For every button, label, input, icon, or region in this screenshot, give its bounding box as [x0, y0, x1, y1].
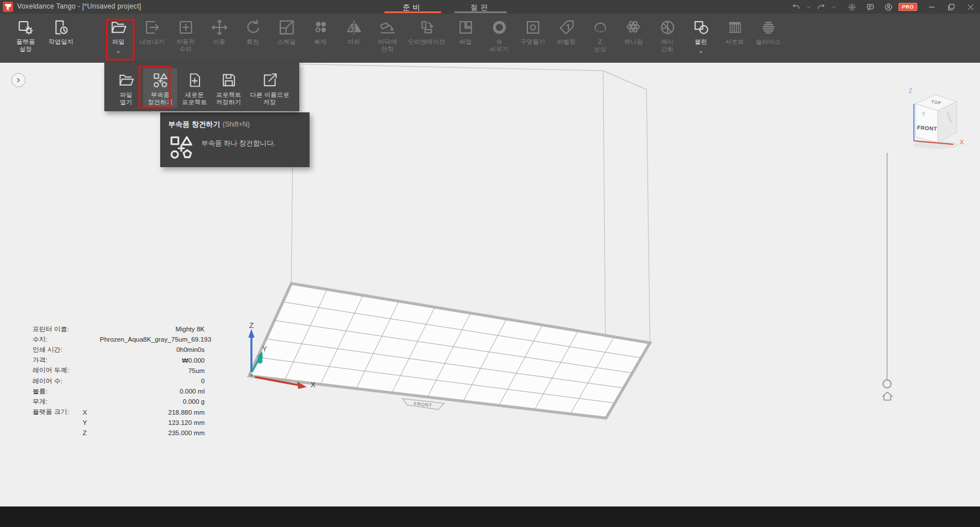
info-row: 볼륨:0.000 ml: [32, 386, 205, 396]
menu-item-open-file[interactable]: 파일 열기: [109, 68, 143, 108]
toolbar-button-folder[interactable]: 파일: [101, 18, 135, 56]
menu-item-label: 다른 이름으로 저장: [250, 91, 289, 106]
toolbar-button-label: 구멍뚫기: [521, 38, 546, 46]
work-log-icon: [51, 18, 71, 37]
toolbar-button-label: 라벨링: [557, 38, 576, 46]
move-icon: [210, 18, 229, 37]
zoom-slider-handle[interactable]: [883, 380, 891, 388]
duplicate-icon: [312, 19, 329, 36]
close-icon[interactable]: [961, 1, 980, 13]
punch-hole-icon: [524, 19, 542, 36]
menu-item-label: 새로운 프로젝트: [182, 91, 207, 106]
info-value: 235.000 mm: [100, 429, 205, 436]
undo-caret-icon[interactable]: [803, 1, 815, 13]
nav-cube[interactable]: TOP FRONT RIGHT Z Y X: [909, 87, 965, 149]
home-button[interactable]: [883, 392, 892, 400]
account-icon: [884, 3, 893, 11]
toolbar-button-honeycomb: 허니컴: [617, 18, 650, 46]
menu-item-new-project[interactable]: 새로운 프로젝트: [177, 68, 212, 108]
support-icon: [726, 19, 743, 36]
info-axis: Z: [83, 429, 100, 436]
menu-item-save-project[interactable]: 프로젝트 저장하기: [212, 68, 246, 108]
app-window: Voxeldance Tango - [*Unsaved project] 준비…: [0, 0, 980, 527]
slice-icon: [759, 18, 778, 37]
tab-slice[interactable]: 절편: [454, 0, 507, 14]
toolbar-button-label: 플랫폼 설정: [17, 38, 35, 53]
create-accessory-icon: [151, 71, 169, 89]
toolbar-button-label: 메시 간화: [661, 38, 674, 53]
boolean-icon: [693, 19, 710, 36]
labeling-icon: [558, 19, 575, 36]
z-compensation-icon: [591, 18, 610, 37]
toolbar-button-label: 속 비우기: [490, 38, 509, 53]
scale-icon: [277, 18, 296, 37]
save-project-icon: [221, 72, 237, 88]
gear-icon: [848, 3, 856, 11]
undo-icon[interactable]: [790, 1, 803, 13]
toolbar-button-move: 이동: [202, 18, 236, 46]
redo-icon: [817, 3, 826, 11]
platform-settings-icon: [16, 18, 35, 37]
toolbar-button-platform-settings[interactable]: 플랫폼 설정: [8, 18, 43, 53]
export-icon: [144, 19, 161, 36]
toolbar-button-label: 회전: [247, 38, 259, 46]
hollow-icon: [490, 18, 509, 37]
rotate-icon: [245, 19, 262, 36]
move-icon: [211, 19, 228, 36]
caret-down-icon: [831, 5, 836, 10]
tab-active-underline: [384, 11, 441, 13]
nav-cube-z-label: Z: [909, 87, 913, 94]
panel-toggle-button[interactable]: [11, 73, 26, 87]
orientation-icon: [418, 19, 435, 36]
minimize-icon[interactable]: [922, 1, 941, 13]
tooltip-title: 부속품 창건하기: [168, 120, 220, 128]
info-value: 75um: [100, 367, 205, 374]
array-icon: [457, 19, 474, 36]
build-plate[interactable]: [249, 283, 650, 418]
viewport-3d[interactable]: FRONT Z Y X TOP: [0, 63, 980, 506]
account-icon[interactable]: [883, 1, 895, 13]
auto-repair-icon: [177, 19, 194, 36]
info-label: 프린터 이름:: [32, 325, 83, 334]
toolbar-button-slice: 슬라이스: [751, 18, 785, 46]
mesh-simplify-icon: [658, 18, 677, 37]
maximize-icon[interactable]: [941, 1, 961, 13]
info-value: 123.120 mm: [100, 419, 205, 426]
front-tab: FRONT: [402, 399, 444, 410]
menu-item-create-accessory[interactable]: 부속품 창건하기: [143, 68, 177, 108]
orientation-icon: [417, 18, 436, 37]
toolbar-button-support: 서포트: [718, 18, 751, 46]
mirror-icon: [344, 18, 364, 37]
toolbar-button-duplicate: 복제: [303, 18, 337, 46]
nav-cube-x-label: X: [959, 139, 964, 145]
toolbar-button-work-log[interactable]: 작업일지: [43, 18, 79, 46]
info-label: 무게:: [32, 398, 83, 406]
info-value: 0h0min0s: [100, 346, 205, 353]
toolbar-button-orientation: 오리엔테이션: [404, 18, 449, 46]
scene-canvas[interactable]: FRONT Z Y X TOP: [0, 63, 980, 506]
labeling-icon: [557, 18, 576, 37]
redo-icon[interactable]: [815, 1, 828, 13]
toolbar-button-label: 오리엔테이션: [408, 38, 445, 46]
toolbar-button-boolean[interactable]: 불린: [684, 18, 718, 56]
redo-caret-icon[interactable]: [828, 1, 840, 13]
toolbar-button-array: 배열: [449, 18, 482, 46]
folder-icon: [109, 18, 128, 37]
info-label: 가격:: [32, 356, 83, 364]
toolbar-button-label: 작업일지: [48, 38, 74, 46]
close-icon: [966, 3, 975, 11]
menu-item-save-as[interactable]: 다른 이름으로 저장: [246, 68, 294, 108]
save-as-icon: [261, 71, 279, 89]
toolbar-button-label: 슬라이스: [756, 38, 781, 46]
info-label: 볼륨:: [32, 387, 83, 396]
create-accessory-tooltip: 부속품 창건하기 (Shift+N) 부속품 하나 창건합니다.: [160, 112, 310, 167]
auto-repair-icon: [176, 18, 196, 37]
feedback-icon[interactable]: [864, 1, 877, 13]
zoom-slider[interactable]: [883, 153, 891, 388]
tab-inactive-underline: [454, 11, 507, 13]
tab-prepare-label: 준비: [403, 3, 423, 11]
tab-prepare[interactable]: 준비: [384, 0, 441, 14]
toolbar-button-label: 자동적 수리: [176, 38, 195, 53]
tooltip-shortcut-text: (Shift+N): [222, 120, 250, 128]
settings-gear-icon[interactable]: [846, 1, 859, 13]
